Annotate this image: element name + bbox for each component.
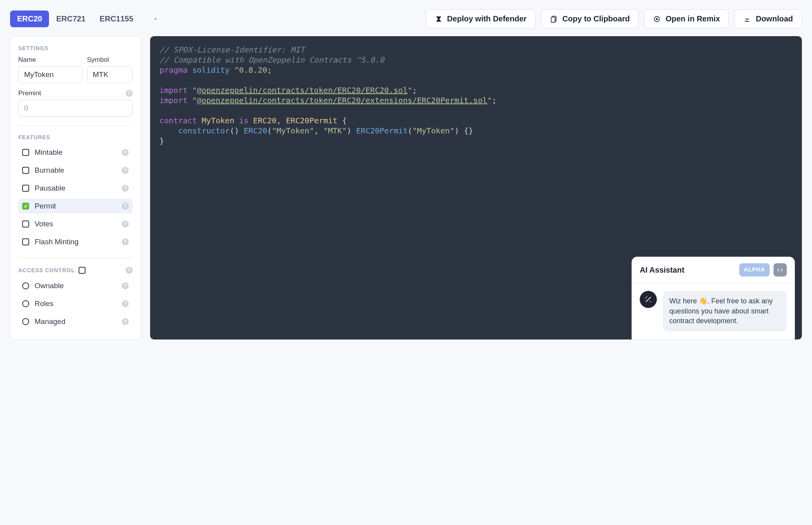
code-panel: // SPDX-License-Identifier: MIT // Compa… [150,36,802,340]
feature-burnable[interactable]: Burnable ? [18,163,133,178]
wiz-avatar-icon [640,291,657,308]
feature-label: Votes [35,220,53,228]
checkbox-icon [22,149,29,156]
checkbox-icon [22,167,29,174]
help-icon[interactable]: ? [126,267,133,274]
access-control-toggle[interactable] [79,267,86,274]
expand-icon [777,266,784,273]
code-kw: import [159,96,187,105]
radio-label: Managed [35,317,65,326]
action-buttons: Deploy with Defender Copy to Clipboard O… [426,9,802,28]
feature-label: Flash Minting [35,238,79,246]
remix-icon [653,15,661,23]
feature-pausable[interactable]: Pausable ? [18,181,133,196]
code-str: "MyToken" [272,126,314,135]
radio-icon [22,300,29,307]
feature-label: Pausable [35,184,65,192]
feature-flash-minting[interactable]: Flash Minting ? [18,234,133,249]
code-import-path[interactable]: @openzeppelin/contracts/token/ERC20/ERC2… [197,86,408,95]
code-kw: contract [159,116,197,125]
code-str: "MyToken" [412,126,454,135]
help-icon[interactable]: ? [122,238,129,245]
feature-mintable[interactable]: Mintable ? [18,145,133,160]
help-icon[interactable]: ? [122,318,129,325]
alpha-badge: ALPHA [739,263,770,276]
tab-erc721[interactable]: ERC721 [49,10,93,27]
download-button[interactable]: Download [734,9,802,28]
remix-button[interactable]: Open in Remix [644,9,729,28]
code-str: "MTK" [324,126,347,135]
ai-assistant-panel: AI Assistant ALPHA Wiz here 👋. Feel free… [632,257,795,340]
topbar: ERC20 ERC721 ERC1155 Deploy with Defende… [10,9,802,28]
checkbox-icon [22,185,29,192]
name-label: Name [18,56,82,64]
code-import-path[interactable]: @openzeppelin/contracts/token/ERC20/exte… [197,96,487,105]
access-managed[interactable]: Managed ? [18,314,133,329]
premint-label: Premint [18,89,41,97]
help-icon[interactable]: ? [122,149,129,156]
code-comment: // Compatible with OpenZeppelin Contract… [159,55,384,65]
feature-label: Permit [35,202,56,210]
access-ownable[interactable]: Ownable ? [18,278,133,293]
radio-icon [22,282,29,289]
tab-more-dropdown[interactable] [151,15,160,23]
feature-permit[interactable]: Permit ? [18,199,133,214]
code-kw: is [239,116,248,125]
feature-votes[interactable]: Votes ? [18,217,133,231]
divider [18,258,133,258]
access-roles[interactable]: Roles ? [18,296,133,311]
code-kw: pragma [159,65,187,75]
name-input[interactable] [18,66,82,83]
remix-label: Open in Remix [665,14,720,23]
assistant-message: Wiz here 👋. Feel free to ask any questio… [663,291,787,331]
settings-title: SETTINGS [18,45,133,51]
checkbox-checked-icon [22,203,29,210]
premint-input[interactable] [18,100,133,117]
code-fn: constructor [178,126,229,135]
premint-help-icon[interactable]: ? [126,90,133,97]
clipboard-icon [550,15,558,23]
radio-icon [22,318,29,325]
code-kw: solidity [192,65,229,75]
code-version: ^0.8.20 [234,65,267,75]
help-icon[interactable]: ? [122,282,129,289]
chevron-down-icon [153,16,158,22]
code-class: ERC20Permit [286,116,337,125]
features-title: FEATURES [18,134,133,140]
help-icon[interactable]: ? [122,203,129,210]
code-block: // SPDX-License-Identifier: MIT // Compa… [159,45,793,146]
deploy-button[interactable]: Deploy with Defender [426,9,536,28]
divider [18,125,133,126]
symbol-label: Symbol [87,56,133,64]
help-icon[interactable]: ? [122,220,129,228]
svg-point-3 [656,18,658,20]
code-comment: // SPDX-License-Identifier: MIT [159,45,304,54]
assistant-title: AI Assistant [640,265,684,275]
help-icon[interactable]: ? [122,300,129,307]
wand-icon [644,295,653,304]
code-fn: ERC20 [244,126,267,135]
radio-label: Roles [35,299,54,308]
defender-icon [435,15,443,23]
deploy-label: Deploy with Defender [447,14,527,23]
symbol-input[interactable] [87,66,133,83]
help-icon[interactable]: ? [122,185,129,192]
help-icon[interactable]: ? [122,167,129,174]
feature-label: Burnable [35,166,64,175]
access-control-title: ACCESS CONTROL [18,267,75,273]
token-tabs: ERC20 ERC721 ERC1155 [10,10,160,27]
code-class: ERC20 [253,116,276,125]
download-icon [743,15,751,23]
feature-label: Mintable [35,148,63,157]
settings-sidebar: SETTINGS Name Symbol Premint ? F [10,36,141,340]
expand-assistant-button[interactable] [774,263,787,276]
download-label: Download [756,14,793,23]
svg-rect-1 [551,17,555,22]
copy-button[interactable]: Copy to Clipboard [541,9,639,28]
tab-erc20[interactable]: ERC20 [10,10,49,27]
tab-erc1155[interactable]: ERC1155 [93,10,140,27]
radio-label: Ownable [35,282,64,290]
checkbox-icon [22,238,29,245]
copy-label: Copy to Clipboard [562,14,630,23]
code-class: MyToken [201,116,234,125]
